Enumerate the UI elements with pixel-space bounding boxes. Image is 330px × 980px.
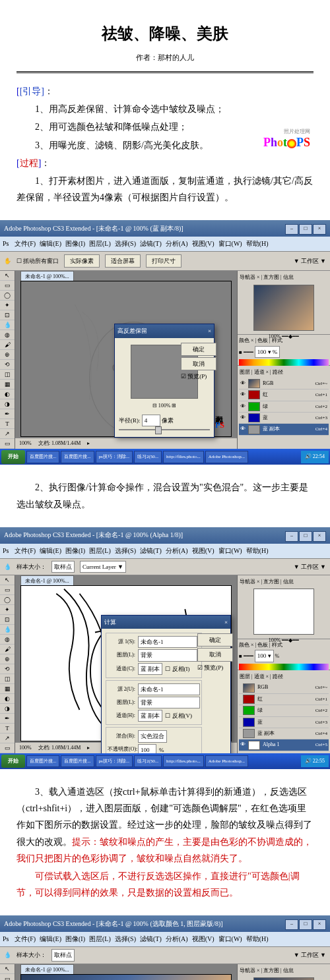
canvas-color-portrait: 那村的人儿 PhotPSwww.photops.com bbox=[20, 974, 232, 980]
page-title: 祛皱、降噪、美肤 bbox=[16, 20, 314, 48]
maximize-icon: □ bbox=[299, 224, 312, 235]
dodge-tool-icon: ◑ bbox=[0, 399, 15, 409]
radius-input[interactable]: 4 bbox=[142, 415, 160, 426]
dialog-title: 高反差保留 bbox=[117, 326, 147, 336]
author-line: 作者：那村的人儿 bbox=[16, 51, 314, 65]
lasso-tool-icon: ◯ bbox=[0, 291, 15, 301]
intro-item-1: 1、用高反差保留、计算命令选中皱纹及噪点； bbox=[16, 101, 314, 117]
channels-panel: 图层 | 通道 × | 路径 👁RGBCtrl+~ 👁红Ctrl+1 👁绿Ctr… bbox=[238, 366, 330, 449]
wand-tool-icon: ✦ bbox=[0, 301, 15, 310]
move-tool-icon: ↖ bbox=[0, 271, 15, 281]
ps-menubar[interactable]: Ps 文件(F)编辑(E)图像(I)图层(L)选择(S)滤镜(T)分析(A)视图… bbox=[0, 237, 330, 252]
status-bar: 100% 文档: 1.08M/1.44M ▸ bbox=[15, 438, 237, 449]
ok-button[interactable]: 确定 bbox=[181, 343, 216, 356]
photops-logo: PhotPS bbox=[263, 132, 310, 153]
title-divider bbox=[16, 71, 314, 73]
navigator-panel: 导航器 × | 直方图 | 信息 100% ━━◆━━ bbox=[238, 271, 330, 335]
step-1-text: 1、打开素材图片，进入通道面版，复制蓝通道，执行滤镜/其它/高反差保留，半径设置… bbox=[16, 173, 314, 206]
radius-label: 半径(R): bbox=[119, 417, 141, 424]
text-tool-icon: T bbox=[0, 419, 15, 429]
close-icon: × bbox=[313, 224, 326, 235]
color-swatches bbox=[239, 359, 329, 366]
preview-checkbox[interactable]: ☑ 预览(P) bbox=[181, 371, 210, 382]
gradient-tool-icon: ▦ bbox=[0, 380, 15, 389]
ps-app-icon: Ps bbox=[3, 240, 9, 247]
calculations-dialog[interactable]: 计算× 确定 取消 ☑ 预览(P) 源 1(S):未命名-1 图层(L):背景 … bbox=[101, 615, 231, 753]
step-3-text: 3、载入通道选区（按ctrl+鼠标单击计算得到的新通道），反选选区（ctrl+s… bbox=[16, 784, 314, 867]
photoshop-screenshot-1: Adobe Photoshop CS3 Extended - [未命名-1 @ … bbox=[0, 220, 330, 465]
eraser-tool-icon: ◫ bbox=[0, 370, 15, 380]
pen-tool-icon: ✒ bbox=[0, 409, 15, 419]
ok-button: 确定 bbox=[197, 633, 233, 647]
eyedropper-tool-icon: 💧 bbox=[0, 320, 15, 330]
navigator-thumb bbox=[253, 285, 314, 331]
cancel-button: 取消 bbox=[197, 648, 233, 661]
intro-label: [[引导] bbox=[16, 86, 44, 96]
path-tool-icon: ↗ bbox=[0, 429, 15, 439]
blur-tool-icon: ◐ bbox=[0, 389, 15, 399]
photoshop-screenshot-2: Adobe Photoshop CS3 Extended - [未命名-1 @ … bbox=[0, 527, 330, 769]
ps-title: Adobe Photoshop CS3 Extended - [未命名-1 @ … bbox=[4, 223, 183, 235]
marquee-tool-icon: ▭ bbox=[0, 281, 15, 291]
radius-slider[interactable] bbox=[119, 429, 210, 430]
photoshop-screenshot-3: Adobe Photoshop CS3 Extended - [未命名-1 @ … bbox=[0, 915, 330, 980]
ps-panels[interactable]: 导航器 × | 直方图 | 信息 100% ━━◆━━ 颜色 × | 色板 | … bbox=[237, 271, 330, 449]
ps-options-bar[interactable]: ✋ ☐ 抓动所有窗口 实际像素 适合屏幕 打印尺寸 ▼ 工作区 ▼ bbox=[0, 252, 330, 271]
close-icon: × bbox=[208, 326, 211, 336]
crop-tool-icon: ⊡ bbox=[0, 310, 15, 320]
cancel-button[interactable]: 取消 bbox=[181, 357, 216, 370]
windows-taskbar[interactable]: 开始 百度图片搜...百度图片搜...ps技巧：消除...练习2(50...ht… bbox=[0, 449, 330, 465]
start-button: 开始 bbox=[1, 450, 25, 463]
heal-tool-icon: ◍ bbox=[0, 330, 15, 340]
history-tool-icon: ⟲ bbox=[0, 360, 15, 370]
colon: ： bbox=[44, 86, 53, 96]
process-label: [过程] bbox=[16, 158, 41, 168]
face-color-image bbox=[21, 975, 231, 980]
ps-titlebar: Adobe Photoshop CS3 Extended - [未命名-1 @ … bbox=[0, 220, 330, 237]
ps-toolbar[interactable]: ↖▭◯✦⊡💧◍🖌⊕⟲◫▦◐◑✒T↗▭ bbox=[0, 271, 15, 449]
tip-label: 提示： bbox=[72, 837, 100, 847]
stamp-tool-icon: ⊕ bbox=[0, 350, 15, 360]
minimize-icon: – bbox=[285, 224, 298, 235]
eyedropper-icon: 💧 bbox=[4, 950, 11, 960]
window-buttons[interactable]: –□× bbox=[284, 222, 326, 235]
system-tray: 🔊 22:54 bbox=[301, 451, 329, 463]
hand-tool-icon: ✋ bbox=[4, 256, 11, 266]
shape-tool-icon: ▭ bbox=[0, 439, 15, 449]
step-3b-text: 可偿试载入选区后，不进行反选选区操作，直接进行"可选颜色|调节，可以得到同样的效… bbox=[16, 868, 314, 901]
brush-tool-icon: 🖌 bbox=[0, 340, 15, 350]
step-2-text: 2、执行图像/计算命令操作，混合设置为"实色混合"。这一步主要是选出皱纹及噪点。 bbox=[16, 479, 314, 512]
eyedropper-icon: 💧 bbox=[4, 562, 11, 572]
highpass-dialog[interactable]: 高反差保留× 确定 取消 ☑ 预览(P) ⊟ 100% ⊞ 半径(R): 4 像… bbox=[114, 324, 214, 438]
